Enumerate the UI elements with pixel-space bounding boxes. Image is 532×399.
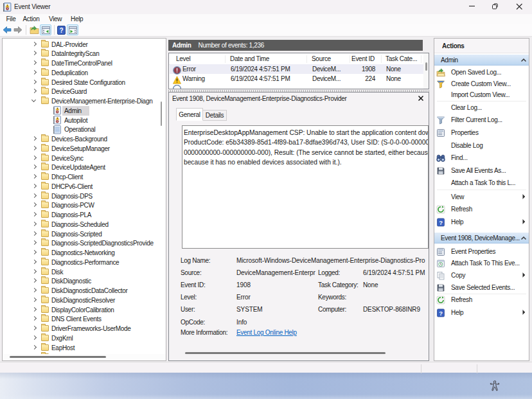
svg-text:?: ? [60,27,64,34]
svg-text:?: ? [439,309,443,316]
svg-text:?: ? [439,218,443,226]
